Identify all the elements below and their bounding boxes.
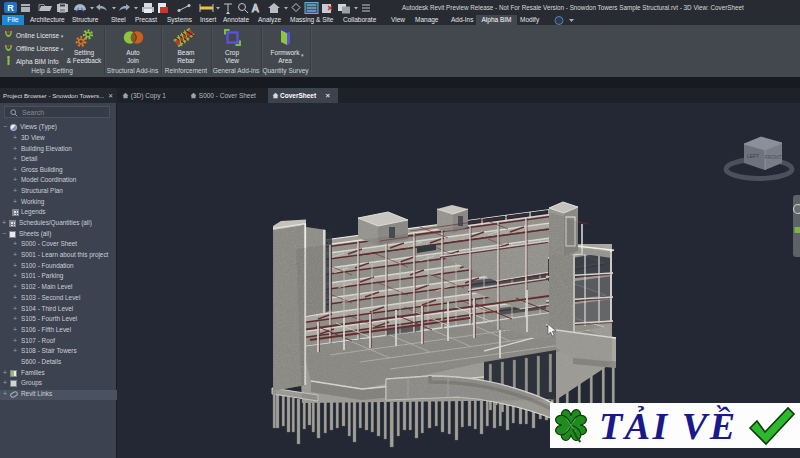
svg-text:LEFT: LEFT [747, 153, 759, 159]
svg-text:R: R [7, 3, 14, 13]
svg-text:FRONT: FRONT [764, 154, 781, 160]
svg-text:A: A [252, 3, 259, 14]
